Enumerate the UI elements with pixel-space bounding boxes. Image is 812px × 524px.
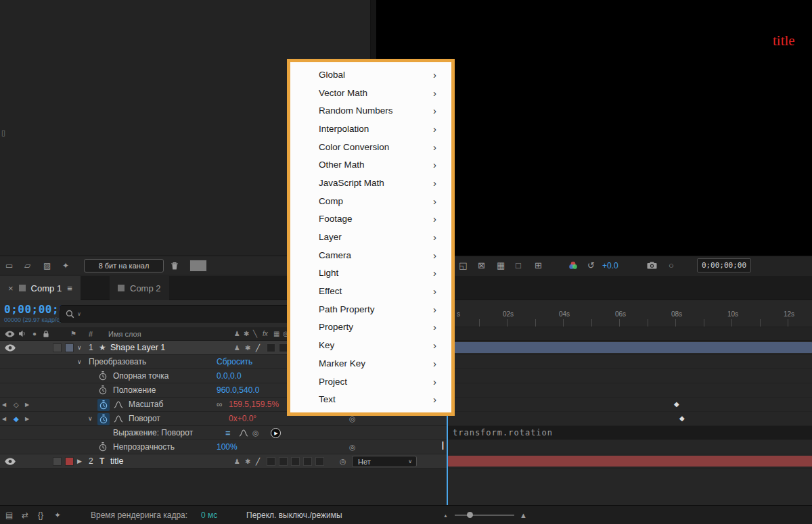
zoom-out-icon[interactable]: ▲ <box>443 506 448 524</box>
expand-arrow-icon[interactable]: ∨ <box>77 341 82 354</box>
zoom-slider-knob[interactable] <box>467 512 473 518</box>
expand-arrow-icon[interactable]: ∨ <box>88 412 93 425</box>
eye-icon[interactable] <box>5 454 16 468</box>
layer-name[interactable]: Shape Layer 1 <box>110 341 165 354</box>
property-value[interactable]: 159.5,159.5% <box>229 398 279 411</box>
menu-item-footage[interactable]: Footage› <box>290 210 451 229</box>
color-swatch[interactable] <box>189 260 207 272</box>
property-name[interactable]: Опорная точка <box>113 369 169 383</box>
zoom-in-icon[interactable]: ▲ <box>520 506 527 524</box>
collapse-icon[interactable]: ✱ <box>245 341 250 354</box>
menu-item-layer[interactable]: Layer› <box>290 228 451 246</box>
quality-icon[interactable]: ╱ <box>256 454 260 468</box>
switch-cell[interactable] <box>267 457 275 466</box>
expand-switches-icon[interactable]: ▤ <box>5 506 13 524</box>
graph-row-expression[interactable]: transform.rotation <box>447 426 812 440</box>
switch-cell[interactable] <box>291 457 300 466</box>
switch-cell[interactable] <box>279 457 288 466</box>
label-color-swatch[interactable] <box>65 343 74 352</box>
property-name[interactable]: Поворот <box>129 412 160 425</box>
new-composition-icon[interactable]: ▨ <box>43 256 51 275</box>
prev-keyframe-icon[interactable]: ◀ <box>2 412 6 425</box>
next-keyframe-icon[interactable]: ▶ <box>25 398 29 411</box>
parent-pick-whip-icon[interactable]: ◎ <box>340 454 346 468</box>
exposure-value[interactable]: +0.0 <box>602 256 618 275</box>
collapse-icon[interactable]: ✱ <box>245 454 250 468</box>
menu-item-javascript-math[interactable]: JavaScript Math› <box>290 174 451 192</box>
next-keyframe-icon[interactable]: ▶ <box>25 412 29 425</box>
layer-duration-bar[interactable] <box>447 342 812 353</box>
render-queue-icon[interactable]: ▭ <box>5 256 13 275</box>
reset-link[interactable]: Сбросить <box>217 355 252 368</box>
bit-depth-button[interactable]: 8 бит на канал <box>84 259 164 272</box>
switch-cell[interactable] <box>315 457 324 466</box>
property-value[interactable]: 960.0,540.0 <box>217 383 259 397</box>
menu-item-key[interactable]: Key› <box>290 336 451 354</box>
menu-item-effect[interactable]: Effect› <box>290 282 451 300</box>
pick-whip-icon[interactable]: ◎ <box>349 440 356 454</box>
expand-transfer-icon[interactable]: ⇄ <box>22 506 28 524</box>
prev-keyframe-icon[interactable]: ◀ <box>2 398 6 411</box>
layer-cell[interactable] <box>53 343 62 352</box>
region-of-interest-icon[interactable]: ◱ <box>459 256 467 275</box>
tab-comp-2[interactable]: Comp 2 <box>110 276 169 300</box>
stopwatch-active[interactable] <box>97 412 110 425</box>
search-input[interactable]: ∨ <box>60 305 290 323</box>
grid-options-icon[interactable]: ⊞ <box>535 256 542 275</box>
property-row-opacity[interactable]: Непрозрачность 100% ◎ <box>0 440 447 454</box>
add-keyframe-icon[interactable]: ◇ <box>14 398 19 411</box>
tab-label[interactable]: Comp 2 <box>130 283 161 293</box>
color-management-icon[interactable] <box>568 256 578 275</box>
keyframe-active-icon[interactable]: ◆ <box>14 412 19 425</box>
graph-editor-icon[interactable] <box>114 398 123 411</box>
comp-text-layer-title[interactable]: title <box>773 32 795 49</box>
shy-icon[interactable]: ♟ <box>234 341 240 354</box>
parent-dropdown[interactable]: Нет ∨ <box>352 456 417 467</box>
panel-flyout-icon[interactable]: ▯ <box>1 128 5 137</box>
label-color-swatch[interactable] <box>65 457 74 466</box>
property-name[interactable]: Непрозрачность <box>113 440 175 454</box>
property-name[interactable]: Положение <box>113 383 156 397</box>
quality-icon[interactable]: ╱ <box>256 341 260 354</box>
tab-label[interactable]: Comp 1 <box>31 283 62 293</box>
graph-row-rotation[interactable]: ◆ <box>447 412 812 426</box>
preview-time-display[interactable]: 0;00;00;00 <box>697 258 751 272</box>
expand-render-icon[interactable]: ✦ <box>54 506 61 524</box>
stopwatch-icon[interactable] <box>99 383 107 397</box>
menu-item-interpolation[interactable]: Interpolation› <box>290 120 451 138</box>
graph-row-title-layer[interactable] <box>447 454 812 469</box>
snapshot-camera-icon[interactable] <box>647 256 657 275</box>
layer-duration-bar[interactable] <box>447 456 812 467</box>
project-settings-icon[interactable]: ✦ <box>62 256 69 275</box>
time-ruler[interactable]: s 02s 04s 06s 08s 10s 12s <box>447 300 812 327</box>
graph-row-shape-layer[interactable] <box>447 341 812 355</box>
close-icon[interactable]: × <box>8 283 14 293</box>
expression-field[interactable]: transform.rotation <box>453 428 553 437</box>
graph-editor-icon[interactable] <box>114 412 123 425</box>
expression-graph-icon[interactable] <box>239 426 248 439</box>
expression-row-rotation[interactable]: Выражение: Поворот ≡ ◎ ▶ <box>0 426 447 440</box>
timeline-zoom-slider[interactable] <box>455 506 514 524</box>
layer-name[interactable]: title <box>110 454 123 468</box>
search-options-icon[interactable]: ∨ <box>77 311 81 317</box>
layer-cell[interactable] <box>53 457 62 466</box>
shy-icon[interactable]: ♟ <box>234 454 240 468</box>
tab-comp-1[interactable]: × Comp 1 ≡ <box>0 276 81 300</box>
layer-name-column-header[interactable]: Имя слоя <box>108 327 141 340</box>
expression-pick-whip-icon[interactable]: ◎ <box>252 426 259 439</box>
stopwatch-active[interactable] <box>97 398 110 410</box>
reset-exposure-icon[interactable]: ↺ <box>587 256 595 275</box>
expression-language-menu-button[interactable]: ▶ <box>271 428 281 438</box>
expand-arrow-icon[interactable]: ▶ <box>77 454 82 468</box>
eye-icon[interactable] <box>5 341 16 354</box>
layer-row-title[interactable]: ▶ 2 T title ♟ ✱ ╱ ◎ Нет <box>0 454 447 469</box>
property-value[interactable]: 100% <box>217 440 238 454</box>
stopwatch-icon[interactable] <box>99 440 107 454</box>
menu-item-color-conversion[interactable]: Color Conversion› <box>290 138 451 156</box>
guides-icon[interactable]: □ <box>516 256 521 275</box>
group-name[interactable]: Преобразовать <box>89 355 146 368</box>
menu-item-global[interactable]: Global› <box>290 66 451 84</box>
number-column-header[interactable]: # <box>89 327 93 340</box>
menu-item-property[interactable]: Property› <box>290 318 451 337</box>
constrain-link-icon[interactable]: ∞ <box>217 398 223 411</box>
